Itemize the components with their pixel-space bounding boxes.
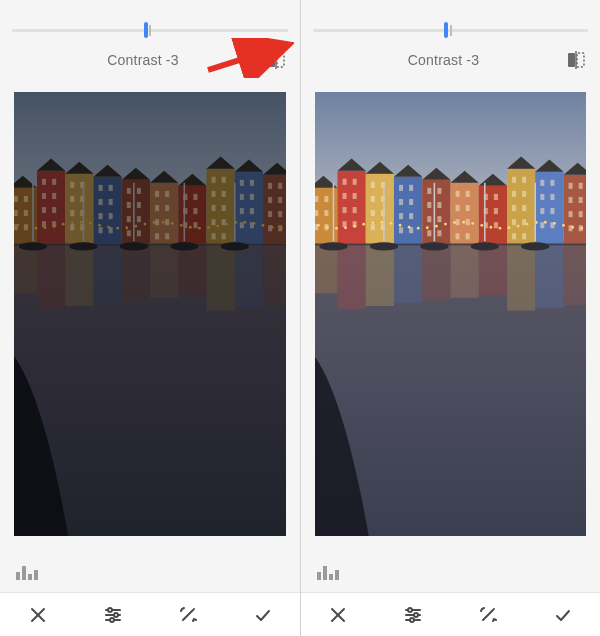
histogram-icon[interactable] (315, 562, 341, 582)
adjust-button[interactable] (93, 595, 133, 635)
cancel-button[interactable] (318, 595, 358, 635)
adjustment-label: Contrast -3 (408, 52, 479, 68)
slider-thumb[interactable] (144, 22, 148, 38)
adjust-button[interactable] (393, 595, 433, 635)
confirm-button[interactable] (243, 595, 283, 635)
bottom-toolbar (301, 592, 600, 636)
svg-rect-169 (14, 92, 286, 536)
adjustment-label: Contrast -3 (107, 52, 178, 68)
adjustment-readout-row: Contrast -3 (301, 48, 586, 72)
auto-enhance-button[interactable] (168, 595, 208, 635)
slider-center-tick (149, 25, 151, 36)
adjustment-slider[interactable] (12, 22, 288, 38)
confirm-button[interactable] (543, 595, 583, 635)
compare-before-after-icon[interactable] (266, 50, 286, 70)
compare-before-after-icon[interactable] (566, 50, 586, 70)
adjustment-readout-row: Contrast -3 (0, 48, 286, 72)
image-preview[interactable] (14, 92, 286, 536)
slider-center-tick (450, 25, 452, 36)
editor-panel-1: Contrast -3 (300, 0, 600, 636)
histogram-icon[interactable] (14, 562, 40, 582)
image-preview[interactable] (315, 92, 586, 536)
comparison-stage: Contrast -3 (0, 0, 600, 636)
bottom-toolbar (0, 592, 300, 636)
cancel-button[interactable] (18, 595, 58, 635)
adjustment-slider[interactable] (313, 22, 588, 38)
editor-panel-0: Contrast -3 (0, 0, 300, 636)
slider-thumb[interactable] (444, 22, 448, 38)
auto-enhance-button[interactable] (468, 595, 508, 635)
